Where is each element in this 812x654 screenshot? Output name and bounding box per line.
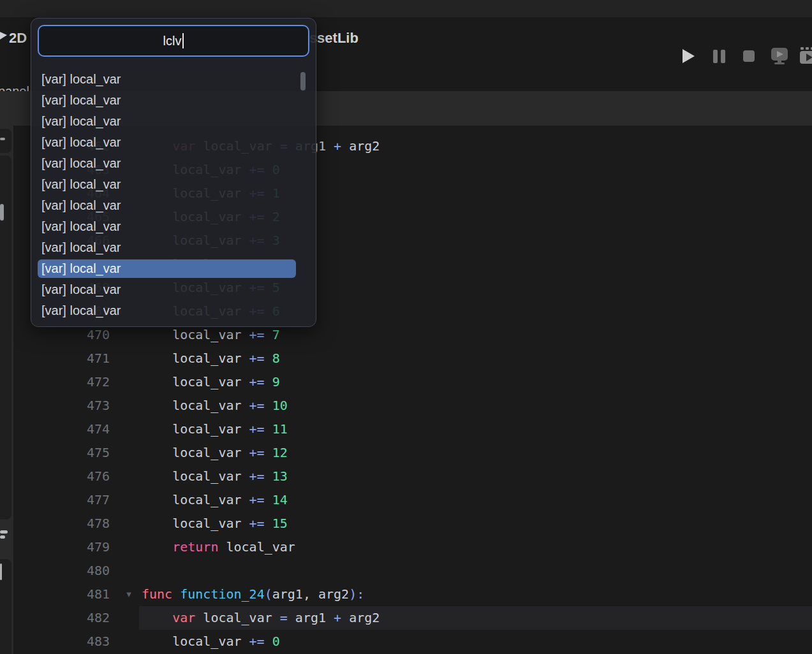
play-button[interactable] xyxy=(677,45,699,67)
left-dock-fragment-bottom xyxy=(0,559,11,654)
code-text: func function_24(arg1, arg2): xyxy=(142,583,364,606)
symbol-item[interactable]: [var] local_var xyxy=(31,69,316,90)
code-text: local_var += 11 xyxy=(142,418,288,441)
popup-scrollbar-thumb[interactable] xyxy=(300,72,306,91)
code-text: local_var += 0 xyxy=(142,630,280,653)
symbol-item[interactable]: [var] local_var xyxy=(31,90,316,111)
line-number: 472 xyxy=(13,370,110,394)
pause-icon xyxy=(712,49,726,64)
symbol-item[interactable]: [var] local_var xyxy=(31,174,316,195)
line-number: 479 xyxy=(13,535,110,559)
line-number: 482 xyxy=(13,606,110,630)
line-number: 473 xyxy=(13,394,110,418)
movie-maker-button[interactable] xyxy=(799,45,812,67)
code-line-475[interactable]: 475 local_var += 12 xyxy=(13,441,812,465)
symbol-item[interactable]: [var] local_var xyxy=(31,132,316,153)
run-current-scene-button[interactable] xyxy=(769,45,790,67)
stop-icon xyxy=(742,50,755,62)
symbol-item[interactable]: [var] local_var xyxy=(31,300,316,321)
play-icon xyxy=(681,48,695,64)
line-number: 471 xyxy=(13,347,110,370)
stop-button[interactable] xyxy=(738,45,760,67)
window-top-strip xyxy=(0,0,812,17)
code-line-482[interactable]: 482 var local_var = arg1 + arg2 xyxy=(13,606,812,630)
code-line-479[interactable]: 479 return local_var xyxy=(13,535,812,559)
lines-icon-fragment xyxy=(0,535,5,539)
cut-icon-fragment xyxy=(0,31,8,40)
line-number: 475 xyxy=(13,441,110,465)
code-text: return local_var xyxy=(142,535,295,559)
code-line-472[interactable]: 472 local_var += 9 xyxy=(13,370,812,394)
code-line-476[interactable]: 476 local_var += 13 xyxy=(13,465,812,488)
text-caret xyxy=(182,33,184,48)
lines-icon-fragment xyxy=(0,530,8,534)
pause-button[interactable] xyxy=(708,45,730,67)
line-number: 478 xyxy=(13,512,110,535)
code-line-473[interactable]: 473 local_var += 10 xyxy=(13,394,812,418)
symbol-search-input[interactable]: lclv xyxy=(38,25,309,57)
line-number: 476 xyxy=(13,465,110,488)
dock-glyph-fragment xyxy=(0,138,5,140)
code-line-477[interactable]: 477 local_var += 14 xyxy=(13,488,812,512)
fold-chevron-icon[interactable]: ▾ xyxy=(119,583,138,606)
code-line-483[interactable]: 483 local_var += 0 xyxy=(13,630,812,653)
line-number: 474 xyxy=(13,418,110,441)
code-text: local_var += 15 xyxy=(142,512,288,535)
code-line-471[interactable]: 471 local_var += 8 xyxy=(13,347,812,370)
line-number: 477 xyxy=(13,488,110,512)
code-line-474[interactable]: 474 local_var += 11 xyxy=(13,418,812,441)
symbol-item[interactable]: [var] local_var xyxy=(31,195,316,216)
symbol-item[interactable]: [var] local_var xyxy=(31,111,316,132)
code-text: local_var += 13 xyxy=(142,465,288,488)
workspace-tab-2d[interactable]: 2D xyxy=(9,30,27,47)
code-text: var local_var = arg1 + arg2 xyxy=(142,606,380,630)
run-scene-icon xyxy=(769,47,790,65)
symbol-item[interactable]: [var] local_var xyxy=(31,216,316,237)
left-dock-fragment-top xyxy=(0,129,11,153)
code-line-478[interactable]: 478 local_var += 15 xyxy=(13,512,812,535)
movie-maker-icon xyxy=(799,47,812,65)
search-query-text: lclv xyxy=(163,34,182,48)
line-number: 483 xyxy=(13,630,110,653)
code-text: local_var += 8 xyxy=(142,347,280,370)
code-line-481[interactable]: 481▾func function_24(arg1, arg2): xyxy=(13,583,812,606)
scrollbar-fragment[interactable] xyxy=(0,204,4,221)
code-text: local_var += 10 xyxy=(142,394,288,418)
line-number: 481 xyxy=(13,583,110,606)
code-text: local_var += 9 xyxy=(142,370,280,394)
cursor-fragment xyxy=(0,563,2,580)
symbol-result-list: [var] local_var[var] local_var[var] loca… xyxy=(31,69,316,321)
left-dock-fragment-middle xyxy=(0,156,11,520)
symbol-item[interactable]: [var] local_var xyxy=(31,279,316,300)
line-number: 480 xyxy=(13,559,110,583)
symbol-search-popup: lclv [var] local_var[var] local_var[var]… xyxy=(31,18,316,327)
symbol-item[interactable]: [var] local_var xyxy=(31,153,316,174)
code-text: local_var += 12 xyxy=(142,441,288,465)
code-line-480[interactable]: 480 xyxy=(13,559,812,583)
symbol-item[interactable]: [var] local_var xyxy=(31,237,316,258)
left-dock-strip xyxy=(0,126,13,654)
code-text: local_var += 14 xyxy=(142,488,288,512)
symbol-item-selected[interactable]: [var] local_var xyxy=(38,259,296,278)
